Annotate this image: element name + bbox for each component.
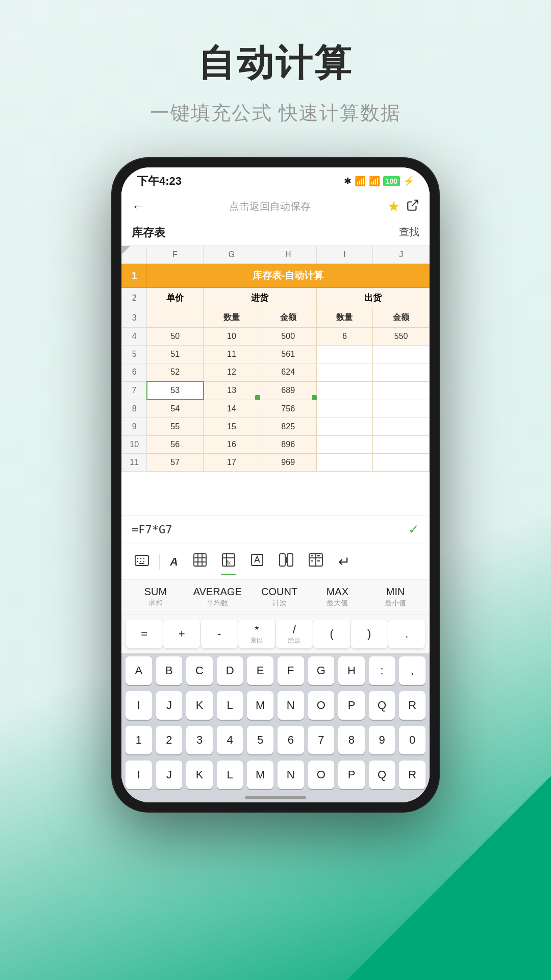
- min-button[interactable]: MIN 最小值: [375, 586, 416, 608]
- op-lparen-key[interactable]: (: [313, 620, 350, 648]
- key-p[interactable]: P: [338, 691, 365, 720]
- toolbar-table-button[interactable]: [188, 550, 212, 573]
- key-l2[interactable]: L: [217, 761, 243, 789]
- cell-4i[interactable]: 6: [316, 328, 373, 346]
- cell-4h[interactable]: 500: [260, 328, 316, 346]
- key-m[interactable]: M: [247, 691, 273, 720]
- key-j2[interactable]: J: [156, 761, 183, 789]
- key-3[interactable]: 3: [186, 726, 213, 754]
- cell-10i[interactable]: [316, 436, 373, 454]
- cell-10g[interactable]: 16: [204, 436, 260, 454]
- cell-9h[interactable]: 825: [260, 418, 316, 436]
- cell-11g[interactable]: 17: [204, 454, 260, 472]
- key-q2[interactable]: Q: [369, 761, 395, 789]
- cell-7f[interactable]: 53: [147, 381, 204, 400]
- cell-6i[interactable]: [316, 363, 373, 382]
- col-header-i[interactable]: I: [316, 246, 373, 264]
- key-9[interactable]: 9: [369, 726, 395, 754]
- find-button[interactable]: 查找: [399, 225, 419, 240]
- key-l[interactable]: L: [217, 691, 243, 720]
- cell-10j[interactable]: [373, 436, 430, 454]
- cell-11j[interactable]: [373, 454, 430, 472]
- cell-5f[interactable]: 51: [147, 346, 204, 363]
- key-n2[interactable]: N: [278, 761, 304, 789]
- key-r2[interactable]: R: [399, 761, 425, 789]
- key-o[interactable]: O: [308, 691, 335, 720]
- op-equals-key[interactable]: =: [126, 620, 163, 648]
- toolbar-cell-style-button[interactable]: [245, 550, 269, 573]
- op-multiply-key[interactable]: * 乘以: [238, 620, 275, 648]
- key-b[interactable]: B: [156, 656, 183, 685]
- col-header-h[interactable]: H: [260, 246, 316, 264]
- op-minus-key[interactable]: -: [201, 620, 238, 648]
- key-n[interactable]: N: [278, 691, 304, 720]
- cell-6f[interactable]: 52: [147, 363, 204, 382]
- op-rparen-key[interactable]: ): [351, 620, 388, 648]
- cell-7h[interactable]: 689: [260, 381, 316, 400]
- cell-9g[interactable]: 15: [204, 418, 260, 436]
- share-button[interactable]: [406, 199, 419, 215]
- cell-8g[interactable]: 14: [204, 400, 260, 418]
- cell-3i[interactable]: 数量: [316, 308, 373, 328]
- sum-button[interactable]: SUM 求和: [135, 586, 176, 608]
- key-4[interactable]: 4: [217, 726, 243, 754]
- cell-5h[interactable]: 561: [260, 346, 316, 363]
- key-i2[interactable]: I: [126, 761, 152, 789]
- key-6[interactable]: 6: [278, 726, 304, 754]
- cell-7i[interactable]: [316, 381, 373, 400]
- cell-2f[interactable]: 单价: [147, 288, 204, 308]
- key-1[interactable]: 1: [126, 726, 152, 754]
- max-button[interactable]: MAX 最大值: [317, 586, 358, 608]
- key-2[interactable]: 2: [156, 726, 183, 754]
- toolbar-text-button[interactable]: A: [165, 552, 183, 572]
- cell-9i[interactable]: [316, 418, 373, 436]
- op-divide-key[interactable]: / 除以: [276, 620, 313, 648]
- key-q[interactable]: Q: [369, 691, 395, 720]
- key-o2[interactable]: O: [308, 761, 335, 789]
- toolbar-merge-button[interactable]: [274, 550, 298, 573]
- cell-8f[interactable]: 54: [147, 400, 204, 418]
- key-e[interactable]: E: [247, 656, 273, 685]
- cell-3j[interactable]: 金额: [373, 308, 430, 328]
- cell-3g[interactable]: 数量: [204, 308, 260, 328]
- cell-2i[interactable]: 出货: [316, 288, 429, 308]
- cell-5j[interactable]: [373, 346, 430, 363]
- col-header-g[interactable]: G: [204, 246, 260, 264]
- star-button[interactable]: ★: [387, 198, 400, 215]
- cell-7j[interactable]: [373, 381, 430, 400]
- cell-5g[interactable]: 11: [204, 346, 260, 363]
- toolbar-keyboard-button[interactable]: [130, 551, 154, 573]
- cell-6h[interactable]: 624: [260, 363, 316, 382]
- cell-9j[interactable]: [373, 418, 430, 436]
- col-header-f[interactable]: F: [147, 246, 204, 264]
- toolbar-data-button[interactable]: [304, 550, 328, 573]
- cell-4g[interactable]: 10: [204, 328, 260, 346]
- key-k2[interactable]: K: [186, 761, 213, 789]
- key-i[interactable]: I: [126, 691, 152, 720]
- key-g[interactable]: G: [308, 656, 335, 685]
- toolbar-enter-button[interactable]: ↵: [333, 550, 355, 573]
- key-h[interactable]: H: [338, 656, 365, 685]
- cell-9f[interactable]: 55: [147, 418, 204, 436]
- cell-11h[interactable]: 969: [260, 454, 316, 472]
- cell-10f[interactable]: 56: [147, 436, 204, 454]
- op-plus-key[interactable]: +: [163, 620, 200, 648]
- average-button[interactable]: AVERAGE 平均数: [193, 586, 242, 608]
- cell-11i[interactable]: [316, 454, 373, 472]
- op-dot-key[interactable]: .: [388, 620, 425, 648]
- key-f[interactable]: F: [278, 656, 304, 685]
- cell-3f[interactable]: [147, 308, 204, 328]
- cell-5i[interactable]: [316, 346, 373, 363]
- key-k[interactable]: K: [186, 691, 213, 720]
- key-m2[interactable]: M: [247, 761, 273, 789]
- cell-6j[interactable]: [373, 363, 430, 382]
- key-colon[interactable]: :: [369, 656, 395, 685]
- formula-text[interactable]: =F7*G7: [132, 523, 408, 536]
- key-0[interactable]: 0: [399, 726, 425, 754]
- back-button[interactable]: ←: [132, 199, 152, 214]
- key-7[interactable]: 7: [308, 726, 335, 754]
- count-button[interactable]: COUNT 计次: [259, 586, 300, 608]
- cell-8j[interactable]: [373, 400, 430, 418]
- cell-6g[interactable]: 12: [204, 363, 260, 382]
- cell-4j[interactable]: 550: [373, 328, 430, 346]
